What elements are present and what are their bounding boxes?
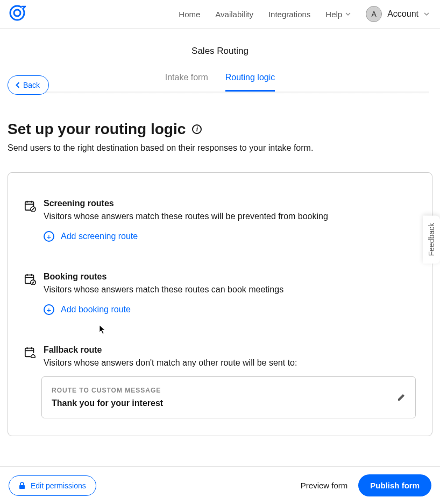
edit-icon[interactable]: [397, 393, 406, 402]
routing-card: Screening routes Visitors whose answers …: [8, 172, 432, 436]
add-booking-route-button[interactable]: + Add booking route: [44, 304, 416, 315]
subheader: Back Sales Routing Intake form Routing l…: [0, 29, 440, 94]
avatar: A: [366, 6, 382, 22]
publish-form-button[interactable]: Publish form: [358, 474, 431, 496]
chevron-left-icon: [15, 82, 21, 88]
tabs: Intake form Routing logic: [0, 73, 440, 92]
nav-help-label: Help: [325, 10, 342, 19]
page-subtext: Send users to the right destination base…: [8, 143, 432, 153]
plus-icon: +: [44, 231, 54, 242]
top-navigation: Home Availability Integrations Help A Ac…: [0, 0, 440, 29]
section-screening: Screening routes Visitors whose answers …: [24, 199, 416, 242]
edit-permissions-label: Edit permissions: [31, 481, 86, 490]
svg-point-1: [14, 10, 20, 16]
fallback-box-label: ROUTE TO CUSTOM MESSAGE: [52, 387, 163, 394]
back-button[interactable]: Back: [8, 75, 49, 95]
fallback-route-box[interactable]: ROUTE TO CUSTOM MESSAGE Thank you for yo…: [41, 376, 416, 418]
main-content: Set up your routing logic i Send users t…: [0, 94, 440, 436]
fallback-box-value: Thank you for your interest: [52, 398, 163, 408]
back-label: Back: [23, 81, 40, 89]
chevron-down-icon: [424, 11, 429, 17]
svg-rect-19: [19, 485, 25, 489]
info-icon[interactable]: i: [192, 124, 202, 134]
footer: Edit permissions Preview form Publish fo…: [0, 466, 440, 504]
tab-intake-form[interactable]: Intake form: [165, 73, 208, 92]
page-title: Sales Routing: [0, 46, 440, 57]
nav-availability[interactable]: Availability: [215, 10, 253, 19]
screening-title: Screening routes: [44, 199, 328, 208]
edit-permissions-button[interactable]: Edit permissions: [9, 475, 96, 496]
fallback-title: Fallback route: [44, 345, 297, 355]
nav-integrations[interactable]: Integrations: [268, 10, 310, 19]
screening-desc: Visitors whose answers match these route…: [44, 212, 328, 221]
nav-home[interactable]: Home: [179, 10, 200, 19]
add-screening-label: Add screening route: [61, 232, 138, 241]
section-fallback: Fallback route Visitors whose answers do…: [24, 345, 416, 418]
add-booking-label: Add booking route: [61, 305, 131, 314]
fallback-desc: Visitors whose answers don't match any o…: [44, 358, 297, 368]
feedback-tab[interactable]: Feedback: [423, 215, 440, 263]
calendar-block-icon: [24, 200, 36, 212]
booking-title: Booking routes: [44, 272, 283, 282]
logo[interactable]: [9, 4, 26, 24]
heading-text: Set up your routing logic: [8, 121, 186, 138]
nav-help[interactable]: Help: [325, 10, 351, 19]
booking-desc: Visitors whose answers match these route…: [44, 285, 283, 295]
divider: [11, 92, 429, 94]
nav-links: Home Availability Integrations Help A Ac…: [179, 6, 429, 22]
lock-icon: [19, 482, 25, 489]
chevron-down-icon: [345, 11, 351, 17]
add-screening-route-button[interactable]: + Add screening route: [44, 231, 416, 242]
tab-routing-logic[interactable]: Routing logic: [225, 73, 275, 92]
nav-account[interactable]: A Account: [366, 6, 429, 22]
nav-account-label: Account: [387, 9, 418, 19]
calendar-check-icon: [24, 273, 36, 285]
plus-icon: +: [44, 304, 54, 315]
section-booking: Booking routes Visitors whose answers ma…: [24, 272, 416, 315]
page-heading: Set up your routing logic i: [8, 121, 432, 138]
preview-form-link[interactable]: Preview form: [301, 481, 348, 490]
calendar-home-icon: [24, 346, 36, 358]
